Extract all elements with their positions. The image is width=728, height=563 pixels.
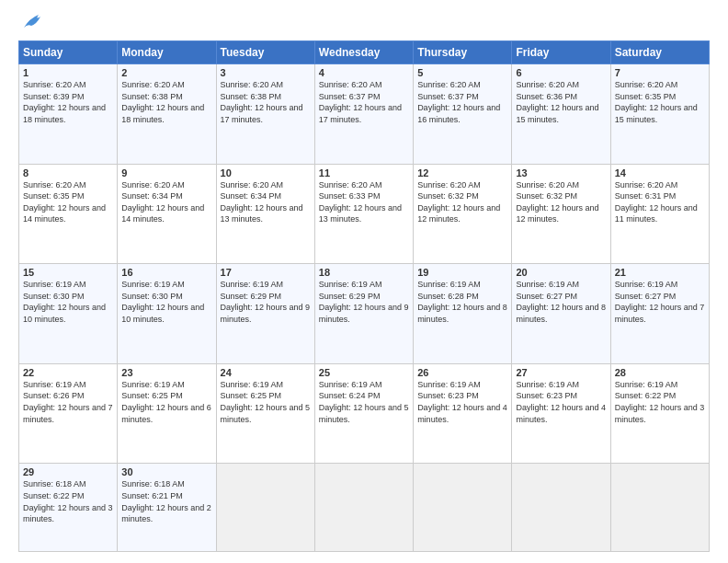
table-row: 26 Sunrise: 6:19 AMSunset: 6:23 PMDaylig…: [414, 363, 512, 464]
calendar-body: 1 Sunrise: 6:20 AMSunset: 6:39 PMDayligh…: [19, 64, 710, 552]
day-number: 12: [417, 167, 507, 178]
day-number: 19: [417, 267, 507, 278]
day-number: 10: [221, 167, 311, 178]
day-info: Sunrise: 6:20 AMSunset: 6:37 PMDaylight:…: [417, 79, 507, 125]
day-info: Sunrise: 6:19 AMSunset: 6:29 PMDaylight:…: [319, 279, 409, 325]
table-row: 22 Sunrise: 6:19 AMSunset: 6:26 PMDaylig…: [19, 363, 118, 464]
day-number: 16: [121, 267, 211, 278]
day-info: Sunrise: 6:18 AMSunset: 6:21 PMDaylight:…: [121, 478, 211, 524]
table-row: 10 Sunrise: 6:20 AMSunset: 6:34 PMDaylig…: [216, 164, 314, 264]
table-row: 25 Sunrise: 6:19 AMSunset: 6:24 PMDaylig…: [314, 363, 413, 464]
calendar-header-sunday: Sunday: [19, 41, 118, 64]
day-info: Sunrise: 6:20 AMSunset: 6:34 PMDaylight:…: [221, 179, 311, 225]
day-info: Sunrise: 6:19 AMSunset: 6:26 PMDaylight:…: [23, 379, 113, 425]
day-number: 25: [319, 367, 409, 378]
day-info: Sunrise: 6:20 AMSunset: 6:38 PMDaylight:…: [221, 79, 311, 125]
table-row: 12 Sunrise: 6:20 AMSunset: 6:32 PMDaylig…: [414, 164, 512, 264]
day-number: 13: [516, 167, 606, 178]
day-number: 24: [221, 367, 311, 378]
day-number: 4: [319, 67, 409, 78]
day-number: 17: [221, 267, 311, 278]
table-row: 11 Sunrise: 6:20 AMSunset: 6:33 PMDaylig…: [314, 164, 413, 264]
day-number: 18: [319, 267, 409, 278]
day-info: Sunrise: 6:20 AMSunset: 6:35 PMDaylight:…: [23, 179, 113, 225]
day-number: 8: [23, 167, 113, 178]
day-info: Sunrise: 6:19 AMSunset: 6:27 PMDaylight:…: [516, 279, 606, 325]
page: SundayMondayTuesdayWednesdayThursdayFrid…: [0, 0, 728, 563]
table-row: 1 Sunrise: 6:20 AMSunset: 6:39 PMDayligh…: [19, 64, 118, 165]
day-number: 29: [23, 466, 113, 477]
table-row: 7 Sunrise: 6:20 AMSunset: 6:35 PMDayligh…: [610, 64, 709, 165]
day-number: 9: [121, 167, 211, 178]
table-row: 14 Sunrise: 6:20 AMSunset: 6:31 PMDaylig…: [610, 164, 709, 264]
day-info: Sunrise: 6:19 AMSunset: 6:23 PMDaylight:…: [516, 379, 606, 425]
day-number: 21: [615, 267, 705, 278]
table-row: 20 Sunrise: 6:19 AMSunset: 6:27 PMDaylig…: [512, 264, 610, 364]
table-row: 5 Sunrise: 6:20 AMSunset: 6:37 PMDayligh…: [414, 64, 512, 165]
calendar-table: SundayMondayTuesdayWednesdayThursdayFrid…: [18, 40, 710, 552]
calendar-header-row: SundayMondayTuesdayWednesdayThursdayFrid…: [19, 41, 710, 64]
day-info: Sunrise: 6:19 AMSunset: 6:30 PMDaylight:…: [23, 279, 113, 325]
day-info: Sunrise: 6:18 AMSunset: 6:22 PMDaylight:…: [23, 478, 113, 524]
table-row: [414, 464, 512, 552]
day-info: Sunrise: 6:19 AMSunset: 6:27 PMDaylight:…: [615, 279, 705, 325]
day-number: 6: [516, 67, 606, 78]
day-info: Sunrise: 6:20 AMSunset: 6:34 PMDaylight:…: [121, 179, 211, 225]
day-info: Sunrise: 6:19 AMSunset: 6:28 PMDaylight:…: [417, 279, 507, 325]
calendar-header-tuesday: Tuesday: [216, 41, 314, 64]
day-info: Sunrise: 6:19 AMSunset: 6:30 PMDaylight:…: [121, 279, 211, 325]
day-number: 11: [319, 167, 409, 178]
table-row: 2 Sunrise: 6:20 AMSunset: 6:38 PMDayligh…: [118, 64, 216, 165]
day-number: 30: [121, 466, 211, 477]
table-row: 18 Sunrise: 6:19 AMSunset: 6:29 PMDaylig…: [314, 264, 413, 364]
table-row: [512, 464, 610, 552]
day-number: 2: [121, 67, 211, 78]
day-number: 20: [516, 267, 606, 278]
table-row: 8 Sunrise: 6:20 AMSunset: 6:35 PMDayligh…: [19, 164, 118, 264]
day-number: 7: [615, 67, 705, 78]
calendar-header-wednesday: Wednesday: [314, 41, 413, 64]
table-row: 13 Sunrise: 6:20 AMSunset: 6:32 PMDaylig…: [512, 164, 610, 264]
calendar-header-monday: Monday: [118, 41, 216, 64]
calendar-header-saturday: Saturday: [610, 41, 709, 64]
day-number: 1: [23, 67, 113, 78]
table-row: 27 Sunrise: 6:19 AMSunset: 6:23 PMDaylig…: [512, 363, 610, 464]
day-info: Sunrise: 6:19 AMSunset: 6:29 PMDaylight:…: [221, 279, 311, 325]
day-number: 5: [417, 67, 507, 78]
header: [18, 15, 710, 31]
day-number: 3: [221, 67, 311, 78]
day-number: 26: [417, 367, 507, 378]
day-info: Sunrise: 6:19 AMSunset: 6:22 PMDaylight:…: [615, 379, 705, 425]
table-row: 3 Sunrise: 6:20 AMSunset: 6:38 PMDayligh…: [216, 64, 314, 165]
day-number: 28: [615, 367, 705, 378]
day-info: Sunrise: 6:19 AMSunset: 6:23 PMDaylight:…: [417, 379, 507, 425]
day-info: Sunrise: 6:19 AMSunset: 6:25 PMDaylight:…: [221, 379, 311, 425]
calendar-header-thursday: Thursday: [414, 41, 512, 64]
table-row: [314, 464, 413, 552]
calendar-header-friday: Friday: [512, 41, 610, 64]
table-row: 21 Sunrise: 6:19 AMSunset: 6:27 PMDaylig…: [610, 264, 709, 364]
logo: [18, 15, 46, 31]
table-row: 9 Sunrise: 6:20 AMSunset: 6:34 PMDayligh…: [118, 164, 216, 264]
day-info: Sunrise: 6:20 AMSunset: 6:35 PMDaylight:…: [615, 79, 705, 125]
logo-words: [18, 15, 46, 31]
table-row: [216, 464, 314, 552]
day-info: Sunrise: 6:20 AMSunset: 6:39 PMDaylight:…: [23, 79, 113, 125]
day-number: 27: [516, 367, 606, 378]
day-number: 23: [121, 367, 211, 378]
day-info: Sunrise: 6:20 AMSunset: 6:33 PMDaylight:…: [319, 179, 409, 225]
day-number: 14: [615, 167, 705, 178]
table-row: 4 Sunrise: 6:20 AMSunset: 6:37 PMDayligh…: [314, 64, 413, 165]
table-row: 29 Sunrise: 6:18 AMSunset: 6:22 PMDaylig…: [19, 464, 118, 552]
table-row: 15 Sunrise: 6:19 AMSunset: 6:30 PMDaylig…: [19, 264, 118, 364]
day-info: Sunrise: 6:20 AMSunset: 6:37 PMDaylight:…: [319, 79, 409, 125]
day-info: Sunrise: 6:19 AMSunset: 6:25 PMDaylight:…: [121, 379, 211, 425]
day-info: Sunrise: 6:20 AMSunset: 6:31 PMDaylight:…: [615, 179, 705, 225]
table-row: 19 Sunrise: 6:19 AMSunset: 6:28 PMDaylig…: [414, 264, 512, 364]
day-info: Sunrise: 6:19 AMSunset: 6:24 PMDaylight:…: [319, 379, 409, 425]
logo-bird-icon: [20, 11, 46, 31]
table-row: 17 Sunrise: 6:19 AMSunset: 6:29 PMDaylig…: [216, 264, 314, 364]
day-info: Sunrise: 6:20 AMSunset: 6:32 PMDaylight:…: [417, 179, 507, 225]
table-row: 6 Sunrise: 6:20 AMSunset: 6:36 PMDayligh…: [512, 64, 610, 165]
day-info: Sunrise: 6:20 AMSunset: 6:36 PMDaylight:…: [516, 79, 606, 125]
